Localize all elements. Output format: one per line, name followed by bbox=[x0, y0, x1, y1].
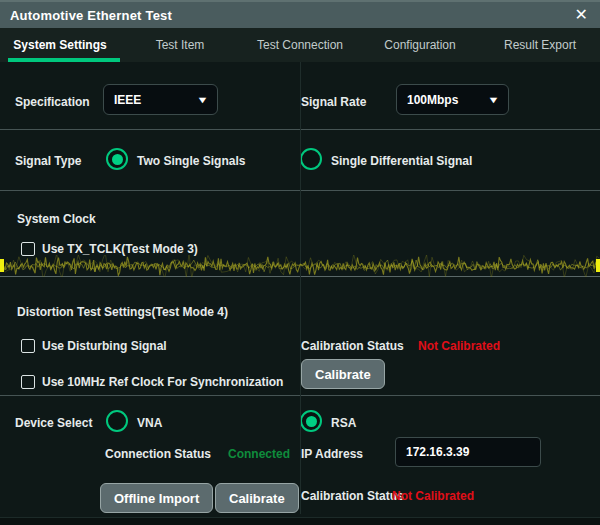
chevron-down-icon: ▼ bbox=[196, 95, 208, 105]
checkbox-use-disturbing-signal[interactable] bbox=[21, 339, 35, 353]
distortion-calibration-status-value: Not Calibrated bbox=[418, 339, 500, 353]
chevron-down-icon: ▼ bbox=[487, 95, 499, 105]
radio-vna-label: VNA bbox=[137, 416, 162, 430]
tab-result-export[interactable]: Result Export bbox=[480, 28, 600, 62]
ip-address-label: IP Address bbox=[301, 447, 363, 461]
checkbox-use-10mhz-ref-clock-label: Use 10MHz Ref Clock For Synchronization bbox=[42, 375, 283, 389]
device-calibrate-button[interactable]: Calibrate bbox=[215, 483, 299, 513]
radio-rsa-label: RSA bbox=[331, 416, 356, 430]
checkbox-use-tx-tclk[interactable] bbox=[21, 242, 35, 256]
tab-configuration[interactable]: Configuration bbox=[360, 28, 480, 62]
tab-test-connection[interactable]: Test Connection bbox=[240, 28, 360, 62]
connection-status-label: Connection Status bbox=[105, 447, 211, 461]
waveform-right-edge-marker bbox=[596, 259, 600, 272]
specification-dropdown[interactable]: IEEE ▼ bbox=[103, 84, 218, 115]
system-clock-header: System Clock bbox=[17, 212, 96, 226]
specification-value: IEEE bbox=[114, 93, 141, 107]
radio-single-differential-signal-label: Single Differential Signal bbox=[331, 154, 472, 168]
signal-rate-dropdown[interactable]: 100Mbps ▼ bbox=[396, 84, 509, 115]
checkbox-use-10mhz-ref-clock[interactable] bbox=[21, 375, 35, 389]
device-calibration-status-value: Not Calibrated bbox=[392, 489, 474, 503]
radio-rsa[interactable] bbox=[300, 410, 322, 432]
distortion-calibration-status-label: Calibration Status bbox=[301, 339, 404, 353]
distortion-header: Distortion Test Settings(Test Mode 4) bbox=[17, 305, 228, 319]
device-select-label: Device Select bbox=[15, 416, 92, 430]
tab-test-item[interactable]: Test Item bbox=[120, 28, 240, 62]
signal-rate-label: Signal Rate bbox=[301, 95, 366, 109]
device-calibration-status-label: Calibration Status bbox=[301, 489, 404, 503]
radio-two-single-signals-label: Two Single Signals bbox=[137, 154, 245, 168]
checkbox-use-tx-tclk-label: Use TX_TCLK(Test Mode 3) bbox=[42, 242, 198, 256]
radio-vna[interactable] bbox=[106, 410, 128, 432]
tab-bar: System Settings Test Item Test Connectio… bbox=[0, 28, 600, 62]
ip-address-input[interactable]: 172.16.3.39 bbox=[395, 437, 541, 467]
title-bar: Automotive Ethernet Test ✕ bbox=[0, 0, 600, 28]
specification-label: Specification bbox=[15, 95, 90, 109]
checkbox-use-disturbing-signal-label: Use Disturbing Signal bbox=[42, 339, 167, 353]
tab-system-settings[interactable]: System Settings bbox=[0, 28, 120, 62]
offline-import-button[interactable]: Offline Import bbox=[100, 483, 213, 513]
ip-address-value: 172.16.3.39 bbox=[406, 445, 469, 459]
distortion-calibrate-button[interactable]: Calibrate bbox=[301, 359, 385, 389]
dialog-title: Automotive Ethernet Test bbox=[10, 8, 172, 23]
radio-single-differential-signal[interactable] bbox=[300, 148, 322, 170]
radio-two-single-signals[interactable] bbox=[106, 148, 128, 170]
vertical-divider bbox=[300, 62, 301, 514]
automotive-ethernet-test-dialog: Automotive Ethernet Test ✕ System Settin… bbox=[0, 0, 600, 525]
signal-rate-value: 100Mbps bbox=[407, 93, 458, 107]
close-icon[interactable]: ✕ bbox=[575, 7, 588, 23]
signal-type-label: Signal Type bbox=[15, 154, 81, 168]
dialog-bottom-edge bbox=[0, 517, 600, 525]
connection-status-value: Connected bbox=[228, 447, 290, 461]
waveform-left-edge-marker bbox=[0, 259, 4, 272]
